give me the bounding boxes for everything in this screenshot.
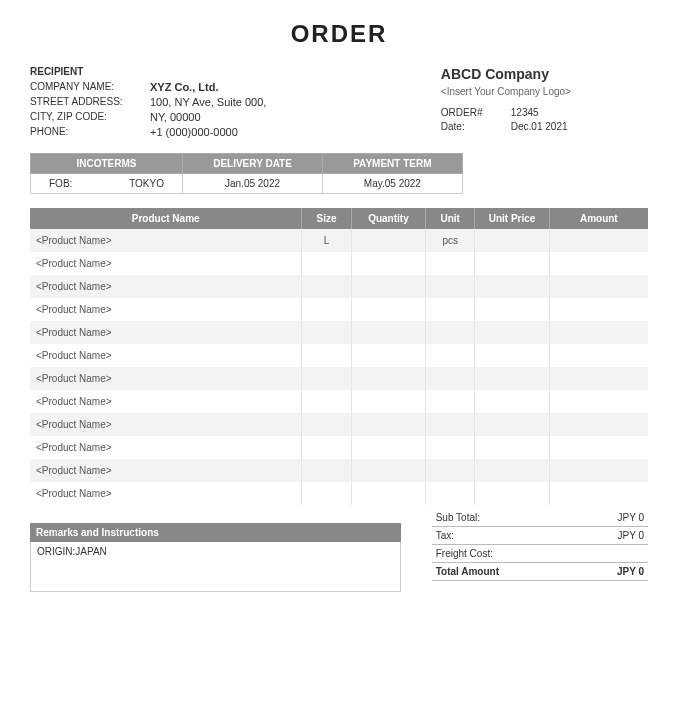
cell-size [302,459,351,482]
payment-header: PAYMENT TERM [323,154,463,174]
cell-unit [426,459,475,482]
payment-cell: May.05 2022 [323,174,463,194]
cell-qty [351,390,425,413]
cell-unit [426,390,475,413]
cell-qty [351,275,425,298]
cell-unit: pcs [426,229,475,252]
cell-size [302,390,351,413]
cell-size [302,275,351,298]
cell-price [475,390,549,413]
cell-unit [426,367,475,390]
bottom-section: Remarks and Instructions ORIGIN:JAPAN Su… [30,509,648,592]
cell-unit [426,252,475,275]
cell-price [475,298,549,321]
cell-name: <Product Name> [30,298,302,321]
order-number-value: 12345 [511,107,539,118]
remarks-body: ORIGIN:JAPAN [30,542,401,592]
cell-qty [351,298,425,321]
cell-qty [351,482,425,505]
phone-value: +1 (000)000-0000 [150,126,238,138]
cell-unit [426,413,475,436]
cell-amount [549,459,648,482]
cell-size [302,367,351,390]
cell-price [475,252,549,275]
cell-name: <Product Name> [30,413,302,436]
cell-price [475,229,549,252]
cell-amount [549,367,648,390]
delivery-header: DELIVERY DATE [182,154,322,174]
tax-label: Tax: [436,530,454,541]
phone-label: PHONE: [30,126,150,138]
cell-amount [549,413,648,436]
col-amount-header: Amount [549,208,648,229]
recipient-block: RECIPIENT COMPANY NAME: XYZ Co., Ltd. ST… [30,66,370,141]
cell-name: <Product Name> [30,275,302,298]
table-row: <Product Name> [30,252,648,275]
order-date-value: Dec.01 2021 [511,121,568,132]
header-section: RECIPIENT COMPANY NAME: XYZ Co., Ltd. ST… [30,66,648,141]
totals-block: Sub Total: JPY 0 Tax: JPY 0 Freight Cost… [432,509,648,592]
cell-amount [549,229,648,252]
sender-company: ABCD Company [441,66,648,82]
col-name-header: Product Name [30,208,302,229]
remarks-header: Remarks and Instructions [30,523,401,542]
cell-name: <Product Name> [30,459,302,482]
cell-amount [549,436,648,459]
col-price-header: Unit Price [475,208,549,229]
cell-qty [351,252,425,275]
cell-qty [351,229,425,252]
col-unit-header: Unit [426,208,475,229]
street-value: 100, NY Ave, Suite 000, [150,96,266,108]
table-row: <Product Name> [30,344,648,367]
cell-price [475,413,549,436]
incoterms-cell: FOB: TOKYO [31,174,183,194]
cityzip-label: CITY, ZIP CODE: [30,111,150,123]
document-title: ORDER [30,20,648,48]
cell-name: <Product Name> [30,344,302,367]
freight-label: Freight Cost: [436,548,493,559]
cell-price [475,482,549,505]
cell-size: L [302,229,351,252]
cell-unit [426,321,475,344]
cell-price [475,275,549,298]
table-row: <Product Name> [30,367,648,390]
cell-name: <Product Name> [30,436,302,459]
col-qty-header: Quantity [351,208,425,229]
tax-value: JPY 0 [618,530,645,541]
cell-qty [351,367,425,390]
delivery-cell: Jan.05 2022 [182,174,322,194]
cell-price [475,436,549,459]
cell-size [302,344,351,367]
incoterms-header: INCOTERMS [31,154,183,174]
cell-unit [426,275,475,298]
table-row: <Product Name> [30,390,648,413]
table-row: <Product Name> [30,459,648,482]
company-label: COMPANY NAME: [30,81,150,93]
col-size-header: Size [302,208,351,229]
table-row: <Product Name> [30,436,648,459]
total-value: JPY 0 [617,566,644,577]
cell-size [302,413,351,436]
cell-name: <Product Name> [30,321,302,344]
subtotal-label: Sub Total: [436,512,480,523]
cell-price [475,459,549,482]
recipient-heading: RECIPIENT [30,66,370,77]
table-row: <Product Name> [30,298,648,321]
cell-size [302,482,351,505]
cell-name: <Product Name> [30,390,302,413]
products-table: Product Name Size Quantity Unit Unit Pri… [30,208,648,505]
cell-qty [351,344,425,367]
cell-name: <Product Name> [30,252,302,275]
cell-qty [351,436,425,459]
cell-price [475,344,549,367]
cell-name: <Product Name> [30,482,302,505]
table-row: <Product Name>Lpcs [30,229,648,252]
cell-qty [351,459,425,482]
sender-block: ABCD Company <Insert Your Company Logo> … [401,66,648,141]
total-label: Total Amount [436,566,499,577]
cell-price [475,367,549,390]
cell-amount [549,482,648,505]
table-row: <Product Name> [30,275,648,298]
cell-price [475,321,549,344]
cell-unit [426,436,475,459]
